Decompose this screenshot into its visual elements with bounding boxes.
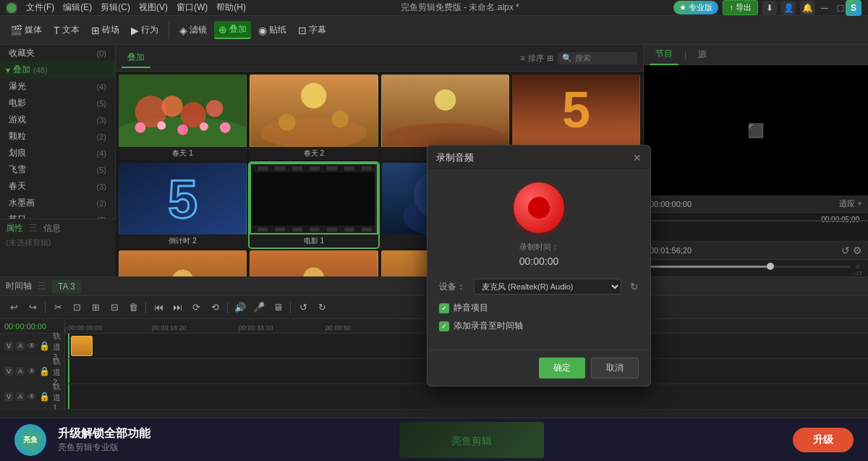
toolbar-brick[interactable]: ⊞ 砖场 xyxy=(87,22,124,38)
bottom-promo: 亮鱼 升级解锁全部功能 亮鱼剪辑专业版 亮鱼剪辑 升级 xyxy=(0,418,868,461)
thumb-spring1[interactable]: 春天 1 xyxy=(119,75,247,160)
timeline-ta3[interactable]: TA 3 xyxy=(52,280,81,293)
cut-button[interactable]: ✂ xyxy=(50,300,66,316)
screen-button[interactable]: 🖥 xyxy=(270,300,286,316)
svg-point-8 xyxy=(157,122,166,130)
props-tab-info[interactable]: 信息 xyxy=(43,222,61,234)
copy-button[interactable]: ⊞ xyxy=(88,300,103,316)
adapt-control[interactable]: 适应 ▾ xyxy=(839,198,862,209)
sidebar-puguang[interactable]: 瀑光 (4) xyxy=(0,78,115,95)
sidebar-game[interactable]: 游戏 (3) xyxy=(0,111,115,128)
settings-button[interactable]: 👤 xyxy=(781,1,796,15)
ruler-time-1: 00:00:16:20 xyxy=(152,324,187,331)
sidebar-movie[interactable]: 电影 (5) xyxy=(0,95,115,111)
toolbar-media[interactable]: 🎬 媒体 xyxy=(6,22,46,38)
notification-button[interactable]: 🔔 xyxy=(800,1,814,15)
record-button[interactable] xyxy=(514,182,564,233)
device-select[interactable]: 麦克风 (Realtek(R) Audio) xyxy=(474,279,621,295)
cancel-button[interactable]: 取消 xyxy=(591,358,639,378)
to-start-button[interactable]: ⏮ xyxy=(150,300,166,316)
sidebar-spring[interactable]: 春天 (3) xyxy=(0,178,115,195)
sidebar-add-header[interactable]: ▾ 叠加 (48) xyxy=(0,62,115,78)
track3-eye[interactable]: 👁 xyxy=(27,341,36,351)
tab-overlay[interactable]: 叠加 xyxy=(122,48,150,68)
track3-v[interactable]: V xyxy=(4,342,13,350)
sidebar-ink[interactable]: 水墨画 (2) xyxy=(0,195,115,211)
refresh-device-icon[interactable]: ↻ xyxy=(630,281,639,292)
loop-icon[interactable]: ↺ xyxy=(841,245,850,256)
playhead-2 xyxy=(68,359,69,384)
export-button[interactable]: ↑ 导出 xyxy=(723,0,758,15)
svg-rect-35 xyxy=(275,227,285,232)
volume-thumb[interactable] xyxy=(767,263,774,270)
track3-a[interactable]: A xyxy=(16,342,25,350)
mute-checkbox[interactable]: ✓ xyxy=(439,303,449,313)
dialog-close-button[interactable]: ✕ xyxy=(633,152,642,164)
undo-button[interactable]: ↩ xyxy=(6,300,22,316)
track1-a[interactable]: A xyxy=(16,392,25,401)
menu-edit[interactable]: 编辑(E) xyxy=(63,1,92,14)
props-tab-attributes[interactable]: 属性 xyxy=(6,222,23,234)
toolbar-subtitle[interactable]: ⊡ 字幕 xyxy=(294,22,331,38)
track2-lock[interactable]: 🔒 xyxy=(39,366,50,376)
toolbar-add[interactable]: ⊕ 叠加 xyxy=(214,21,251,39)
track2-a[interactable]: A xyxy=(16,367,25,376)
minimize-button[interactable]: ─ xyxy=(819,2,830,14)
sort-control[interactable]: ≡ 排序 ⊞ xyxy=(521,53,553,64)
promo-subtitle: 亮鱼剪辑专业版 xyxy=(58,441,150,454)
sidebar-favorites[interactable]: 收藏夹 (0) xyxy=(0,45,115,62)
split-button[interactable]: ⊡ xyxy=(69,300,85,316)
track1-lock[interactable]: 🔒 xyxy=(39,392,50,402)
toolbar-sticker[interactable]: ◉ 贴纸 xyxy=(254,22,291,38)
tab-program[interactable]: 节目 xyxy=(650,45,678,65)
download-button[interactable]: ⬇ xyxy=(762,1,777,15)
settings-icon2[interactable]: ⚙ xyxy=(853,245,862,256)
toolbar-behavior[interactable]: ▶ 行为 xyxy=(127,22,163,38)
menu-file[interactable]: 文件(F) xyxy=(26,1,54,14)
zoom-out-button[interactable]: ↺ xyxy=(295,300,311,316)
menu-window[interactable]: 窗口(W) xyxy=(176,1,208,14)
toolbar-text[interactable]: T 文本 xyxy=(49,22,84,38)
playhead-3 xyxy=(68,384,69,409)
upgrade-button[interactable]: 升级 xyxy=(793,428,854,452)
track-label-3: V A 👁 🔒 轨道 3 xyxy=(0,334,64,359)
tab-source[interactable]: 源 xyxy=(692,45,712,65)
volume-slider[interactable] xyxy=(650,266,851,268)
track2-eye[interactable]: 👁 xyxy=(27,366,36,376)
track3-lock[interactable]: 🔒 xyxy=(39,341,50,351)
clip-track3[interactable] xyxy=(71,336,93,356)
main-toolbar: 🎬 媒体 T 文本 ⊞ 砖场 ▶ 行为 ◈ 滤镜 ⊕ 叠加 ◉ 贴纸 ⊡ 字幕 xyxy=(0,16,868,45)
svg-rect-29 xyxy=(292,166,302,171)
delete-button[interactable]: 🗑 xyxy=(125,300,141,316)
to-end-button[interactable]: ⏭ xyxy=(169,300,185,316)
track2-v[interactable]: V xyxy=(4,367,13,376)
track1-v[interactable]: V xyxy=(4,392,13,401)
svg-rect-39 xyxy=(344,227,354,232)
thumb-spring2[interactable]: 春天 2 xyxy=(250,75,378,160)
adapt-label: 适应 xyxy=(839,198,855,209)
mark-in-button[interactable]: ⟳ xyxy=(188,300,204,316)
thumb-countdown2[interactable]: 5 倒计时 2 xyxy=(119,163,247,248)
zoom-in-button[interactable]: ↻ xyxy=(314,300,330,316)
track1-eye[interactable]: 👁 xyxy=(27,392,36,402)
audio-button[interactable]: 🔊 xyxy=(232,300,248,316)
redo-button[interactable]: ↪ xyxy=(25,300,41,316)
menu-help[interactable]: 帮助(H) xyxy=(216,1,246,14)
pro-button[interactable]: ★ 专业版 xyxy=(673,1,718,14)
search-box[interactable]: 🔍 xyxy=(558,52,637,64)
thumb-movie1[interactable]: 电影 1 xyxy=(250,163,378,248)
menu-clip[interactable]: 剪辑(C) xyxy=(101,1,130,14)
mark-out-button[interactable]: ⟲ xyxy=(207,300,223,316)
preview-scrubber[interactable]: 00:00:05;00 xyxy=(644,213,868,242)
mic-button[interactable]: 🎤 xyxy=(251,300,267,316)
sidebar-snow[interactable]: 飞雪 (5) xyxy=(0,161,115,178)
toolbar-separator-1 xyxy=(169,22,169,39)
add-timeline-checkbox[interactable]: ✓ xyxy=(439,321,449,331)
search-input[interactable] xyxy=(575,54,633,62)
menu-view[interactable]: 视图(V) xyxy=(139,1,168,14)
sidebar-scratch[interactable]: 划痕 (4) xyxy=(0,145,115,161)
sidebar-grain[interactable]: 颗粒 (2) xyxy=(0,128,115,145)
toolbar-filter[interactable]: ◈ 滤镜 xyxy=(175,22,211,38)
confirm-button[interactable]: 确定 xyxy=(539,358,585,378)
paste-button[interactable]: ⊟ xyxy=(106,300,122,316)
